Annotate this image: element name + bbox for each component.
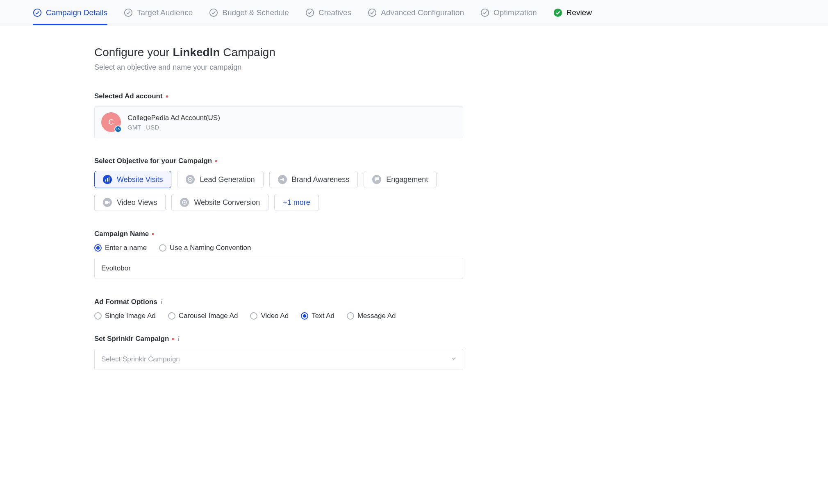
step-optimization[interactable]: Optimization	[480, 0, 537, 25]
radio-label: Single Image Ad	[105, 312, 156, 320]
radio-naming-convention[interactable]: Use a Naming Convention	[159, 244, 251, 252]
radio-label: Text Ad	[312, 312, 334, 320]
radio-icon	[94, 312, 102, 320]
objective-brand-awareness[interactable]: Brand Awareness	[269, 171, 358, 188]
radio-label: Video Ad	[261, 312, 289, 320]
svg-point-4	[369, 9, 376, 16]
svg-rect-7	[105, 179, 106, 182]
step-label: Optimization	[494, 8, 537, 17]
objective-more[interactable]: +1 more	[274, 194, 319, 211]
ad-format-options: Single Image Ad Carousel Image Ad Video …	[94, 312, 463, 320]
main-content: Configure your LinkedIn Campaign Select …	[94, 46, 463, 370]
chip-label: Engagement	[386, 175, 428, 184]
radio-label: Carousel Image Ad	[179, 312, 238, 320]
ad-account-name: CollegePedia Ad Account(US)	[127, 114, 220, 122]
radio-label: Enter a name	[105, 244, 147, 252]
chip-label: Video Views	[117, 198, 157, 207]
chip-label: Lead Generation	[200, 175, 255, 184]
radio-icon	[347, 312, 354, 320]
info-icon[interactable]: i	[177, 335, 179, 343]
radio-video-ad[interactable]: Video Ad	[250, 312, 289, 320]
objective-website-conversion[interactable]: Website Conversion	[171, 194, 268, 211]
chevron-down-icon	[451, 355, 457, 364]
conversion-icon	[180, 198, 189, 207]
ad-account-card[interactable]: C in CollegePedia Ad Account(US) GMTUSD	[94, 106, 463, 138]
check-circle-icon	[33, 8, 42, 17]
ad-account-section-label: Selected Ad account	[94, 92, 463, 100]
ad-account-meta: GMTUSD	[127, 124, 220, 131]
radio-label: Message Ad	[357, 312, 396, 320]
campaign-name-mode: Enter a name Use a Naming Convention	[94, 244, 463, 252]
chat-icon	[372, 175, 381, 184]
megaphone-icon	[278, 175, 287, 184]
radio-icon	[94, 244, 102, 252]
objective-engagement[interactable]: Engagement	[364, 171, 437, 188]
chip-label: Website Conversion	[194, 198, 260, 207]
svg-point-0	[34, 9, 41, 16]
chip-label: Website Visits	[117, 175, 163, 184]
required-dot-icon	[166, 95, 168, 98]
radio-icon	[301, 312, 308, 320]
radio-icon	[168, 312, 175, 320]
select-placeholder: Select Sprinklr Campaign	[101, 355, 180, 363]
radio-message-ad[interactable]: Message Ad	[347, 312, 396, 320]
objective-section-label: Select Objective for your Campaign	[94, 157, 463, 165]
linkedin-badge-icon: in	[114, 125, 122, 133]
sprinklr-select[interactable]: Select Sprinklr Campaign	[94, 349, 463, 370]
svg-point-1	[125, 9, 132, 16]
video-icon	[103, 198, 112, 207]
step-target-audience[interactable]: Target Audience	[124, 0, 193, 25]
info-icon[interactable]: i	[161, 298, 162, 306]
campaign-name-section-label: Campaign Name	[94, 230, 463, 238]
radio-icon	[159, 244, 166, 252]
check-circle-icon	[368, 8, 377, 17]
objective-video-views[interactable]: Video Views	[94, 194, 166, 211]
step-label: Budget & Schedule	[222, 8, 289, 17]
avatar: C in	[101, 112, 121, 132]
radio-carousel-image-ad[interactable]: Carousel Image Ad	[168, 312, 238, 320]
step-budget-schedule[interactable]: Budget & Schedule	[209, 0, 289, 25]
radio-text-ad[interactable]: Text Ad	[301, 312, 334, 320]
objective-list: Website Visits Lead Generation Brand Awa…	[94, 171, 463, 211]
campaign-name-input[interactable]	[94, 258, 463, 279]
radio-enter-name[interactable]: Enter a name	[94, 244, 147, 252]
svg-rect-12	[105, 201, 108, 204]
sprinklr-select-wrap: Select Sprinklr Campaign	[94, 349, 463, 370]
step-label: Creatives	[318, 8, 351, 17]
ad-format-section-label: Ad Format Options i	[94, 298, 463, 306]
objective-website-visits[interactable]: Website Visits	[94, 171, 171, 188]
svg-rect-9	[109, 177, 109, 182]
svg-point-2	[210, 9, 217, 16]
page-title: Configure your LinkedIn Campaign	[94, 46, 463, 59]
check-circle-icon	[480, 8, 489, 17]
step-campaign-details[interactable]: Campaign Details	[33, 0, 107, 25]
check-circle-filled-icon	[553, 8, 562, 17]
page-subtitle: Select an objective and name your campai…	[94, 63, 463, 72]
check-circle-icon	[124, 8, 133, 17]
step-advanced-config[interactable]: Advanced Configuration	[368, 0, 464, 25]
svg-point-11	[190, 179, 191, 180]
step-label: Review	[566, 8, 592, 17]
sprinklr-section-label: Set Sprinklr Campaign i	[94, 335, 463, 343]
step-label: Target Audience	[137, 8, 193, 17]
step-creatives[interactable]: Creatives	[305, 0, 351, 25]
required-dot-icon	[172, 338, 174, 340]
stepper: Campaign Details Target Audience Budget …	[0, 0, 828, 25]
objective-lead-generation[interactable]: Lead Generation	[177, 171, 263, 188]
svg-rect-8	[107, 178, 108, 182]
chart-icon	[103, 175, 112, 184]
svg-point-6	[554, 8, 562, 16]
required-dot-icon	[152, 233, 154, 235]
radio-icon	[250, 312, 257, 320]
step-review[interactable]: Review	[553, 0, 592, 25]
required-dot-icon	[215, 160, 217, 162]
check-circle-icon	[305, 8, 314, 17]
step-label: Campaign Details	[46, 8, 107, 17]
radio-single-image-ad[interactable]: Single Image Ad	[94, 312, 156, 320]
check-circle-icon	[209, 8, 218, 17]
chip-label: +1 more	[283, 198, 310, 207]
svg-point-5	[481, 9, 489, 16]
radio-label: Use a Naming Convention	[170, 244, 251, 252]
svg-point-3	[306, 9, 314, 16]
chip-label: Brand Awareness	[292, 175, 350, 184]
